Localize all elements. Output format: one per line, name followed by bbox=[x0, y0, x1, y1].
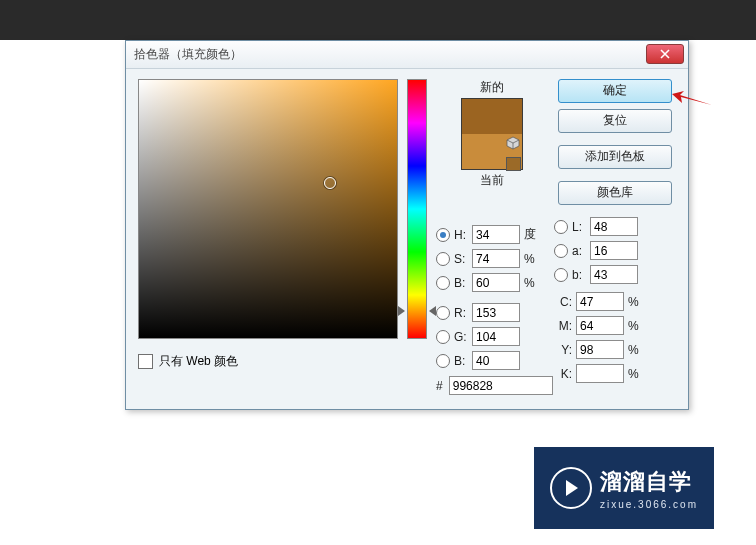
app-dark-bar bbox=[0, 0, 756, 40]
